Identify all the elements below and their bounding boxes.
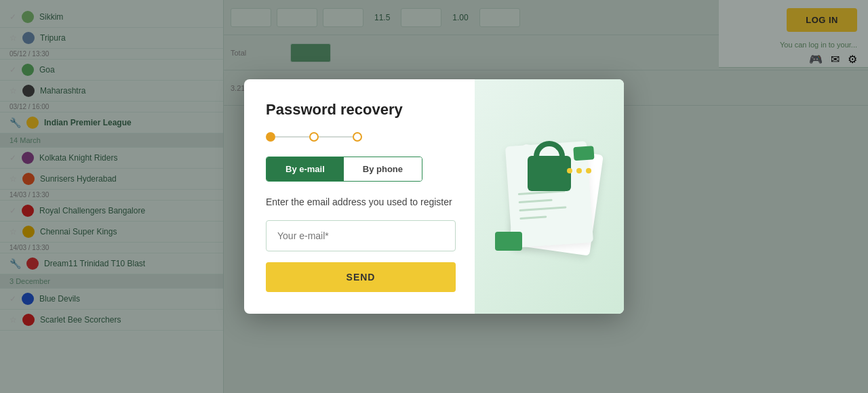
password-recovery-modal: × Password recovery By e-mail By phone E…	[244, 79, 624, 314]
progress-line-1	[275, 136, 309, 138]
recovery-method-tabs: By e-mail By phone	[266, 157, 422, 182]
modal-left: × Password recovery By e-mail By phone E…	[244, 79, 475, 314]
paper-line	[519, 206, 566, 211]
progress-line-2	[319, 136, 353, 138]
lock-dot	[576, 168, 582, 173]
progress-dot-2	[309, 132, 319, 142]
modal-overlay: × Password recovery By e-mail By phone E…	[0, 0, 868, 393]
paper-line	[519, 199, 553, 203]
description-text: Enter the email address you used to regi…	[266, 195, 456, 209]
progress-dot-1	[266, 132, 275, 142]
lock-keypad	[567, 168, 591, 173]
paper-line	[519, 215, 547, 220]
tab-by-phone[interactable]: By phone	[344, 157, 422, 181]
email-input[interactable]	[266, 220, 456, 251]
green-card	[573, 146, 594, 161]
lock-illustration	[495, 136, 604, 257]
lock-dot	[586, 168, 591, 173]
send-button[interactable]: SEND	[266, 262, 456, 292]
lock-body	[528, 156, 571, 191]
progress-dot-3	[353, 132, 362, 142]
tab-by-email[interactable]: By e-mail	[267, 157, 344, 181]
progress-bar	[266, 132, 456, 142]
modal-illustration	[475, 79, 624, 314]
lock-dot	[567, 168, 572, 173]
accent-card	[495, 232, 522, 251]
modal-title: Password recovery	[266, 101, 456, 119]
